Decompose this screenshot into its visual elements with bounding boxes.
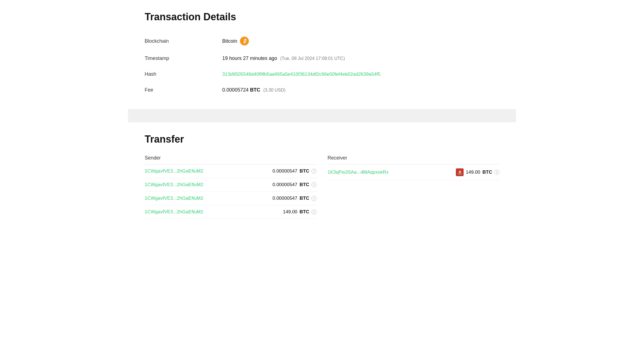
receiver-amount-currency-1: BTC [482, 170, 492, 175]
receiver-amount-value-1: 149.00 [466, 170, 480, 175]
page-title: Transaction Details [145, 11, 499, 23]
receiver-address-1[interactable]: 1K3qPw3SAa...dMAqpxokRx [328, 170, 389, 175]
transfer-title: Transfer [145, 133, 499, 145]
fee-row: Fee 0.00005724 BTC (3.30 USD) [145, 82, 499, 98]
details-table: Blockchain Bitcoin ₿ Timestamp 19 hours … [145, 32, 499, 98]
receiver-header: Receiver [328, 155, 499, 165]
timestamp-relative: 19 hours 27 minutes ago [222, 55, 277, 61]
receiver-amount-1: 🚨 149.00 BTC i [456, 168, 499, 176]
blockchain-value: Bitcoin ₿ [222, 32, 499, 50]
blockchain-label: Blockchain [145, 32, 222, 50]
sender-amount-2: 0.00000547 BTC i [272, 182, 316, 188]
timestamp-label: Timestamp [145, 50, 222, 66]
sender-amount-value-3: 0.00000547 [272, 196, 297, 201]
sender-row-1: 1CWgavfVE3...2hGaEftuM2 0.00000547 BTC i [145, 165, 316, 178]
sender-amount-currency-2: BTC [300, 182, 309, 188]
section-divider [128, 109, 516, 122]
info-icon-1[interactable]: i [311, 169, 316, 174]
sender-amount-value-4: 149.00 [283, 209, 297, 215]
hash-row: Hash 313d9505548d40f9fb5ae665a5e410f3613… [145, 66, 499, 82]
info-icon-3[interactable]: i [311, 196, 316, 201]
blockchain-name: Bitcoin [222, 38, 237, 44]
receivers-column: Receiver 1K3qPw3SAa...dMAqpxokRx 🚨 149.0… [328, 155, 499, 219]
sender-amount-1: 0.00000547 BTC i [272, 168, 316, 174]
info-icon-receiver-1[interactable]: i [494, 170, 499, 175]
bitcoin-icon: ₿ [240, 37, 249, 45]
sender-amount-value-2: 0.00000547 [272, 182, 297, 188]
sender-amount-4: 149.00 BTC i [283, 209, 316, 215]
fee-amount: 0.00005724 [222, 87, 249, 93]
timestamp-row: Timestamp 19 hours 27 minutes ago (Tue, … [145, 50, 499, 66]
sender-address-4[interactable]: 1CWgavfVE3...2hGaEftuM2 [145, 209, 203, 215]
sender-row-4: 1CWgavfVE3...2hGaEftuM2 149.00 BTC i [145, 205, 316, 219]
senders-column: Sender 1CWgavfVE3...2hGaEftuM2 0.0000054… [145, 155, 316, 219]
sender-amount-currency-4: BTC [300, 209, 309, 215]
hash-value: 313d9505548d40f9fb5ae665a5e410f36134df2c… [222, 66, 499, 82]
sender-amount-currency-1: BTC [300, 168, 309, 174]
sender-header: Sender [145, 155, 316, 165]
transfer-grid: Sender 1CWgavfVE3...2hGaEftuM2 0.0000054… [145, 155, 499, 219]
fee-label: Fee [145, 82, 222, 98]
fee-currency: BTC [250, 87, 260, 93]
transfer-section: Transfer Sender 1CWgavfVE3...2hGaEftuM2 … [145, 133, 499, 219]
blockchain-row: Blockchain Bitcoin ₿ [145, 32, 499, 50]
sender-address-3[interactable]: 1CWgavfVE3...2hGaEftuM2 [145, 196, 203, 201]
receiver-row-1: 1K3qPw3SAa...dMAqpxokRx 🚨 149.00 BTC i [328, 165, 499, 180]
sender-amount-currency-3: BTC [300, 196, 309, 201]
timestamp-absolute: (Tue, 09 Jul 2024 17:08:01 UTC) [280, 56, 345, 61]
sender-row-2: 1CWgavfVE3...2hGaEftuM2 0.00000547 BTC i [145, 178, 316, 192]
fee-value: 0.00005724 BTC (3.30 USD) [222, 82, 499, 98]
timestamp-value: 19 hours 27 minutes ago (Tue, 09 Jul 202… [222, 50, 499, 66]
hash-label: Hash [145, 66, 222, 82]
sender-address-1[interactable]: 1CWgavfVE3...2hGaEftuM2 [145, 168, 203, 174]
warning-icon: 🚨 [456, 168, 464, 176]
sender-row-3: 1CWgavfVE3...2hGaEftuM2 0.00000547 BTC i [145, 192, 316, 205]
hash-link[interactable]: 313d9505548d40f9fb5ae665a5e410f36134df2c… [222, 72, 380, 77]
fee-usd: (3.30 USD) [263, 88, 285, 92]
info-icon-4[interactable]: i [311, 209, 316, 214]
info-icon-2[interactable]: i [311, 182, 316, 187]
sender-address-2[interactable]: 1CWgavfVE3...2hGaEftuM2 [145, 182, 203, 188]
sender-amount-value-1: 0.00000547 [272, 168, 297, 174]
sender-amount-3: 0.00000547 BTC i [272, 196, 316, 201]
